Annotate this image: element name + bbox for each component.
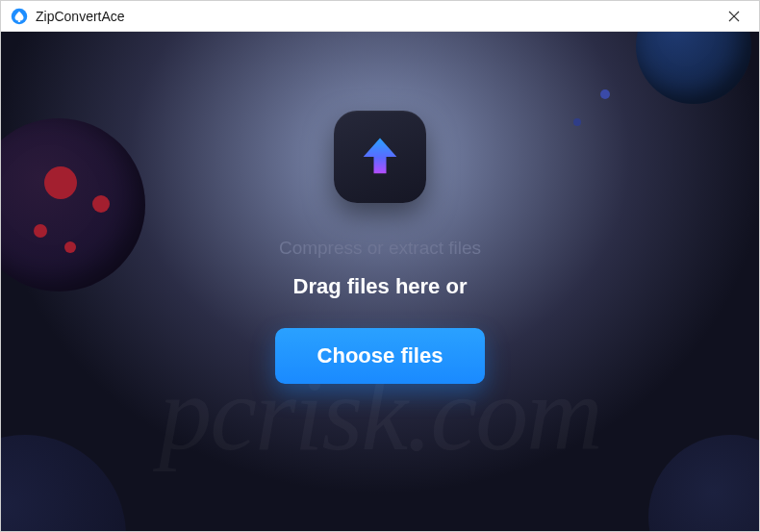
decor-circle — [1, 118, 145, 291]
decor-dot — [92, 195, 110, 213]
subtitle-text: Compress or extract files — [279, 238, 481, 259]
decor-dot — [64, 241, 76, 253]
decor-dot — [44, 166, 77, 199]
close-icon — [728, 11, 740, 22]
upload-tile — [334, 111, 426, 203]
main-content[interactable]: pcrisk.com Compress or extract files Dra… — [1, 32, 759, 531]
upload-arrow-icon — [355, 132, 405, 182]
decor-circle — [636, 32, 751, 104]
decor-dot — [573, 118, 581, 126]
app-spade-icon — [11, 8, 28, 25]
decor-dot — [34, 224, 47, 238]
choose-files-button[interactable]: Choose files — [275, 328, 486, 384]
decor-dot — [600, 89, 610, 99]
decor-circle — [1, 435, 126, 531]
app-title: ZipConvertAce — [36, 9, 125, 24]
titlebar: ZipConvertAce — [1, 1, 759, 32]
close-button[interactable] — [713, 2, 755, 31]
drag-instruction: Drag files here or — [293, 274, 468, 299]
decor-circle — [648, 435, 759, 531]
app-window: ZipConvertAce pcrisk.com — [0, 0, 760, 532]
title-left: ZipConvertAce — [11, 8, 125, 25]
